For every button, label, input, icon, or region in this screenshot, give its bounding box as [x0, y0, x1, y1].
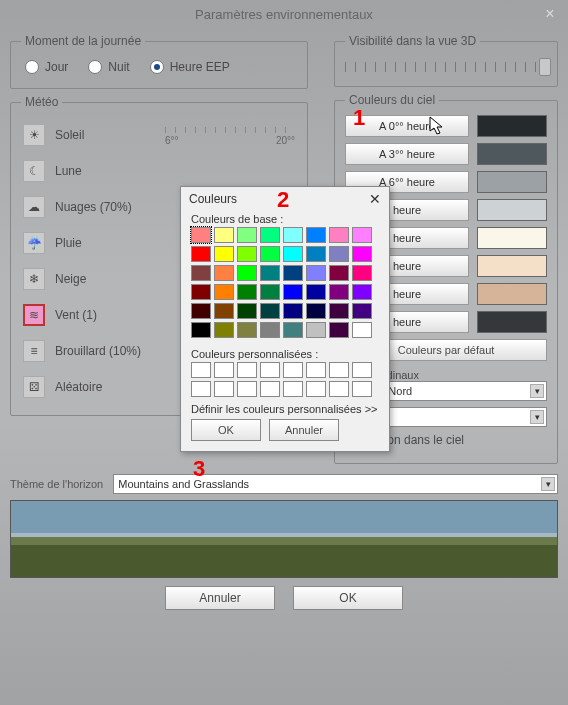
meteo-icon: ❄ — [23, 268, 45, 290]
close-icon[interactable]: × — [540, 4, 560, 24]
color-swatch[interactable] — [329, 246, 349, 262]
color-swatch[interactable] — [260, 322, 280, 338]
sky-color-swatch[interactable] — [477, 115, 547, 137]
custom-color-slot[interactable] — [191, 362, 211, 378]
visibility-thumb[interactable] — [539, 58, 551, 76]
radio-nuit[interactable]: Nuit — [88, 60, 129, 74]
color-swatch[interactable] — [329, 322, 349, 338]
radio-heure-eep[interactable]: Heure EEP — [150, 60, 230, 74]
horizon-label: Thème de l'horizon — [10, 478, 103, 490]
color-swatch[interactable] — [260, 265, 280, 281]
color-ok-button[interactable]: OK — [191, 419, 261, 441]
color-swatch[interactable] — [214, 227, 234, 243]
color-swatch[interactable] — [283, 322, 303, 338]
custom-color-slot[interactable] — [306, 362, 326, 378]
meteo-item[interactable]: ☾Lune — [21, 153, 297, 189]
custom-color-slot[interactable] — [237, 381, 257, 397]
color-swatch[interactable] — [214, 303, 234, 319]
color-swatch[interactable] — [214, 246, 234, 262]
color-swatch[interactable] — [306, 303, 326, 319]
sky-color-swatch[interactable] — [477, 227, 547, 249]
color-dialog: Couleurs ✕ Couleurs de base : Couleurs p… — [180, 186, 390, 452]
color-swatch[interactable] — [260, 227, 280, 243]
chevron-down-icon: ▾ — [530, 410, 544, 424]
define-custom-colors-link[interactable]: Définir les couleurs personnalisées >> — [191, 403, 379, 415]
custom-color-slot[interactable] — [260, 362, 280, 378]
color-cancel-button[interactable]: Annuler — [269, 419, 339, 441]
sky-color-swatch[interactable] — [477, 171, 547, 193]
meteo-label: Vent (1) — [55, 308, 97, 322]
color-swatch[interactable] — [237, 303, 257, 319]
meteo-icon: ☁ — [23, 196, 45, 218]
color-swatch[interactable] — [283, 284, 303, 300]
meteo-label: Soleil — [55, 128, 84, 142]
moment-legend: Moment de la journée — [21, 34, 145, 48]
color-swatch[interactable] — [306, 246, 326, 262]
cursor-icon — [429, 116, 445, 136]
color-swatch[interactable] — [283, 303, 303, 319]
custom-color-slot[interactable] — [191, 381, 211, 397]
color-swatch[interactable] — [306, 284, 326, 300]
custom-color-slot[interactable] — [352, 381, 372, 397]
ok-button[interactable]: OK — [293, 586, 403, 610]
color-swatch[interactable] — [306, 227, 326, 243]
horizon-select[interactable]: Mountains and Grasslands ▾ — [113, 474, 558, 494]
sky-color-swatch[interactable] — [477, 255, 547, 277]
radio-jour[interactable]: Jour — [25, 60, 68, 74]
color-swatch[interactable] — [329, 303, 349, 319]
color-swatch[interactable] — [214, 265, 234, 281]
color-swatch[interactable] — [352, 246, 372, 262]
meteo-item[interactable]: ☀Soleil6°°20°° — [21, 117, 297, 153]
cancel-button[interactable]: Annuler — [165, 586, 275, 610]
color-swatch[interactable] — [352, 303, 372, 319]
color-swatch[interactable] — [260, 284, 280, 300]
color-swatch[interactable] — [329, 284, 349, 300]
color-swatch[interactable] — [306, 322, 326, 338]
color-swatch[interactable] — [352, 265, 372, 281]
color-swatch[interactable] — [237, 265, 257, 281]
custom-color-slot[interactable] — [237, 362, 257, 378]
custom-color-slot[interactable] — [306, 381, 326, 397]
custom-color-slot[interactable] — [352, 362, 372, 378]
color-swatch[interactable] — [283, 227, 303, 243]
color-swatch[interactable] — [191, 284, 211, 300]
custom-color-slot[interactable] — [260, 381, 280, 397]
color-swatch[interactable] — [329, 265, 349, 281]
color-swatch[interactable] — [214, 284, 234, 300]
color-swatch[interactable] — [329, 227, 349, 243]
color-swatch[interactable] — [260, 303, 280, 319]
color-swatch[interactable] — [306, 265, 326, 281]
meteo-icon: ☾ — [23, 160, 45, 182]
color-swatch[interactable] — [352, 227, 372, 243]
color-swatch[interactable] — [191, 303, 211, 319]
sky-color-swatch[interactable] — [477, 143, 547, 165]
sky-color-swatch[interactable] — [477, 311, 547, 333]
color-swatch[interactable] — [191, 246, 211, 262]
color-swatch[interactable] — [283, 265, 303, 281]
color-swatch[interactable] — [237, 227, 257, 243]
sky-hour-button[interactable]: A 3°° heure — [345, 143, 469, 165]
color-swatch[interactable] — [237, 246, 257, 262]
color-swatch[interactable] — [237, 322, 257, 338]
custom-color-slot[interactable] — [329, 381, 349, 397]
custom-color-slot[interactable] — [214, 362, 234, 378]
custom-color-slot[interactable] — [283, 362, 303, 378]
soleil-slider[interactable]: 6°°20°° — [165, 125, 295, 146]
visibility-slider[interactable] — [345, 62, 547, 72]
color-swatch[interactable] — [214, 322, 234, 338]
sky-color-swatch[interactable] — [477, 283, 547, 305]
color-dialog-close-icon[interactable]: ✕ — [369, 191, 381, 207]
sky-color-swatch[interactable] — [477, 199, 547, 221]
color-swatch[interactable] — [352, 284, 372, 300]
color-swatch[interactable] — [237, 284, 257, 300]
custom-color-slot[interactable] — [329, 362, 349, 378]
custom-color-slot[interactable] — [283, 381, 303, 397]
color-swatch[interactable] — [283, 246, 303, 262]
color-swatch[interactable] — [191, 227, 211, 243]
color-swatch[interactable] — [260, 246, 280, 262]
custom-color-slot[interactable] — [214, 381, 234, 397]
moment-group: Moment de la journée Jour Nuit Heure EEP — [10, 34, 308, 89]
color-swatch[interactable] — [191, 265, 211, 281]
color-swatch[interactable] — [191, 322, 211, 338]
color-swatch[interactable] — [352, 322, 372, 338]
